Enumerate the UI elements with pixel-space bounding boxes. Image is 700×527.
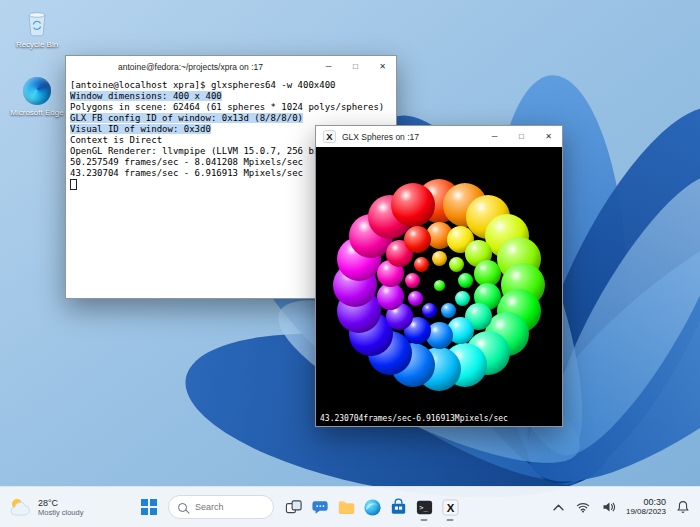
volume-icon	[602, 501, 616, 513]
system-tray: 00:30 19/08/2023	[551, 487, 692, 527]
minimize-button[interactable]: ─	[481, 126, 508, 147]
taskbar-center: >_X	[136, 487, 463, 527]
terminal-button[interactable]: >_	[411, 492, 437, 522]
terminal-line: [antoine@localhost xpra]$ glxspheres64 -…	[70, 80, 392, 91]
running-indicator	[421, 519, 428, 522]
recycle-bin-icon	[25, 9, 49, 37]
search-box[interactable]	[168, 495, 274, 519]
sphere	[458, 273, 473, 288]
bell-icon	[676, 500, 690, 514]
notification-bell-button[interactable]	[674, 498, 692, 516]
sphere	[408, 291, 423, 306]
taskbar: 28°C Mostly cloudy >_X 00:30 19/08/2023	[0, 486, 700, 527]
edge-button[interactable]	[359, 492, 385, 522]
terminal-icon: >_	[415, 498, 434, 517]
windows-logo-icon	[141, 499, 157, 515]
terminal-line: GLX FB config ID of window: 0x13d (8/8/8…	[70, 113, 392, 124]
terminal-titlebar[interactable]: antoine@fedora:~/projects/xpra on :17 ─ …	[66, 56, 396, 78]
weather-widget[interactable]: 28°C Mostly cloudy	[8, 487, 83, 527]
sphere	[434, 280, 445, 291]
search-icon	[178, 503, 187, 512]
svg-text:X: X	[446, 501, 454, 513]
terminal-line: Polygons in scene: 62464 (61 spheres * 1…	[70, 102, 392, 113]
chevron-up-button[interactable]	[551, 502, 566, 513]
task-view-button[interactable]	[281, 492, 307, 522]
xorg-icon: X	[441, 498, 460, 517]
glx-canvas: 43.230704frames/sec-6.916913Mpixels/sec	[316, 147, 562, 426]
wifi-button[interactable]	[574, 499, 592, 515]
xorg-button[interactable]: X	[437, 492, 463, 522]
start-button[interactable]	[136, 494, 162, 520]
desktop-icon-label: Recycle Bin	[6, 40, 68, 49]
weather-condition: Mostly cloudy	[38, 508, 83, 517]
file-explorer-button[interactable]	[333, 492, 359, 522]
glx-spheres-window: X GLX Spheres on :17 ─ □ ✕ 43.230704fram…	[315, 125, 563, 427]
weather-icon	[8, 496, 32, 518]
chat-button[interactable]	[307, 492, 333, 522]
wifi-icon	[576, 501, 590, 513]
desktop-icon-recycle-bin[interactable]: Recycle Bin	[6, 8, 68, 49]
desktop-icon-label: Microsoft Edge	[6, 108, 68, 117]
close-button[interactable]: ✕	[535, 126, 562, 147]
close-button[interactable]: ✕	[369, 56, 396, 77]
glx-titlebar[interactable]: X GLX Spheres on :17 ─ □ ✕	[316, 126, 562, 148]
maximize-button[interactable]: □	[508, 126, 535, 147]
store-button[interactable]	[385, 492, 411, 522]
sphere	[449, 257, 464, 272]
sphere	[432, 251, 447, 266]
maximize-button[interactable]: □	[342, 56, 369, 77]
weather-temperature: 28°C	[38, 498, 83, 508]
xorg-logo-icon: X	[322, 129, 337, 144]
volume-button[interactable]	[600, 499, 618, 515]
chat-icon	[311, 498, 330, 517]
sphere	[391, 183, 435, 227]
running-indicator	[447, 519, 454, 522]
file-explorer-icon	[337, 498, 356, 517]
svg-text:X: X	[326, 131, 333, 142]
edge-icon	[363, 498, 382, 517]
sphere	[422, 303, 437, 318]
glx-window-title: GLX Spheres on :17	[342, 132, 481, 142]
sphere	[405, 273, 420, 288]
terminal-line: Window dimensions: 400 x 400	[70, 91, 392, 102]
edge-icon	[23, 77, 51, 105]
sphere	[455, 291, 470, 306]
search-input[interactable]	[193, 501, 267, 513]
clock-date: 19/08/2023	[626, 507, 666, 517]
terminal-cursor	[70, 179, 77, 190]
taskbar-app-icons: >_X	[281, 492, 463, 522]
clock-time: 00:30	[626, 497, 666, 507]
svg-text:>_: >_	[419, 503, 428, 512]
glx-fps-overlay: 43.230704frames/sec-6.916913Mpixels/sec	[320, 414, 508, 423]
store-icon	[389, 498, 408, 517]
minimize-button[interactable]: ─	[315, 56, 342, 77]
taskbar-clock[interactable]: 00:30 19/08/2023	[626, 497, 666, 517]
sphere	[404, 226, 431, 253]
desktop-icon-microsoft-edge[interactable]: Microsoft Edge	[6, 76, 68, 117]
terminal-window-title: antoine@fedora:~/projects/xpra on :17	[66, 62, 315, 72]
sphere	[414, 257, 429, 272]
chevron-up-icon	[553, 504, 564, 511]
sphere	[441, 303, 456, 318]
task-view-icon	[285, 498, 303, 516]
